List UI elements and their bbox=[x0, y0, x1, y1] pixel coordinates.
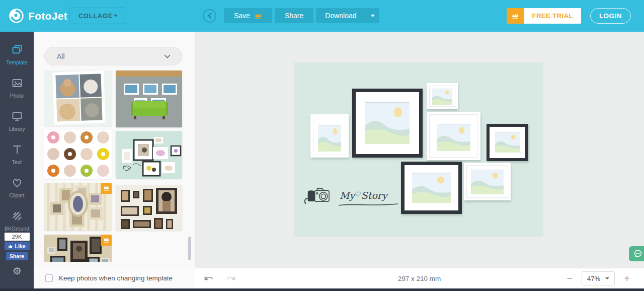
sidebar-item-clipart[interactable]: Clipart bbox=[0, 177, 34, 198]
placeholder-photo bbox=[471, 170, 504, 194]
chevron-left-icon bbox=[207, 13, 212, 19]
heart-glyph: ♡ bbox=[355, 190, 361, 198]
login-button[interactable]: LOGIN bbox=[590, 8, 631, 24]
my-story-clipart[interactable]: My♡Story bbox=[303, 180, 394, 210]
editor-workspace: My♡Story 297 x 210 mm − 47% + bbox=[195, 32, 644, 288]
clipart-heart-icon bbox=[11, 177, 23, 189]
download-options-button[interactable] bbox=[366, 8, 379, 23]
underline-flourish bbox=[339, 203, 399, 207]
sidebar-item-label: Clipart bbox=[0, 192, 34, 198]
settings-button[interactable] bbox=[0, 265, 34, 276]
sidebar-item-label: Text bbox=[0, 159, 34, 165]
chevron-down-icon bbox=[371, 15, 375, 17]
sidebar-item-text[interactable]: Text bbox=[0, 143, 34, 165]
placeholder-photo bbox=[318, 125, 341, 152]
facebook-like-button[interactable]: Like bbox=[5, 242, 30, 250]
collage-canvas[interactable]: My♡Story bbox=[294, 62, 543, 237]
my-story-text: My♡Story bbox=[340, 190, 387, 201]
sidebar-item-label: Template bbox=[0, 59, 34, 65]
redo-button[interactable] bbox=[226, 273, 236, 283]
photo-frame-slot[interactable] bbox=[487, 124, 528, 161]
facebook-share-button[interactable]: Share bbox=[6, 252, 28, 260]
mode-selector-dropdown[interactable]: COLLAGE bbox=[69, 8, 125, 24]
fotojet-logo-icon bbox=[9, 8, 24, 24]
placeholder-photo bbox=[412, 173, 451, 203]
zoom-in-button[interactable]: + bbox=[621, 273, 633, 284]
share-button[interactable]: Share bbox=[275, 8, 313, 23]
photo-frame-slot[interactable] bbox=[352, 89, 423, 158]
photo-frame-slot[interactable] bbox=[310, 114, 349, 158]
template-thumbnail-living-room-frames[interactable] bbox=[116, 70, 182, 127]
zoom-out-button[interactable]: − bbox=[564, 273, 576, 284]
free-trial-button[interactable]: FREE TRIAL bbox=[507, 8, 581, 24]
thumb-up-icon bbox=[8, 244, 13, 249]
keep-photos-checkbox[interactable] bbox=[45, 274, 53, 282]
background-icon bbox=[11, 210, 23, 222]
template-list-scrollbar[interactable] bbox=[188, 237, 191, 260]
sidebar-item-bkground[interactable]: BKGround bbox=[0, 210, 34, 232]
photo-icon bbox=[11, 77, 23, 89]
sidebar-item-label: Library bbox=[0, 126, 34, 132]
facebook-like-count: 29K bbox=[5, 233, 30, 241]
header-account-area: FREE TRIAL LOGIN bbox=[507, 8, 631, 24]
app-header: FotoJet COLLAGE Save Share Download bbox=[0, 0, 644, 32]
placeholder-photo bbox=[437, 124, 470, 151]
sidebar-item-label: Photo bbox=[0, 93, 34, 99]
chevron-down-icon bbox=[605, 277, 609, 279]
template-thumbnail-donuts-babies[interactable] bbox=[44, 130, 112, 179]
fotojet-logo[interactable]: FotoJet bbox=[9, 8, 67, 24]
template-icon bbox=[11, 44, 23, 56]
live-chat-button[interactable] bbox=[629, 246, 644, 261]
facebook-like-label: Like bbox=[15, 243, 25, 249]
keep-photos-option[interactable]: Keep photos when changing template bbox=[34, 268, 195, 288]
placeholder-photo bbox=[495, 132, 520, 153]
app-title: FotoJet bbox=[28, 10, 67, 22]
back-button[interactable] bbox=[203, 9, 216, 23]
keep-photos-label: Keep photos when changing template bbox=[59, 274, 173, 282]
tool-sidebar: Template Photo Library Text Clipart BKGr… bbox=[0, 32, 34, 288]
sidebar-item-photo[interactable]: Photo bbox=[0, 77, 34, 99]
photo-frame-slot[interactable] bbox=[427, 112, 480, 160]
photo-frame-slot[interactable] bbox=[427, 83, 458, 109]
share-button-label: Share bbox=[285, 12, 303, 20]
placeholder-photo bbox=[365, 102, 410, 144]
library-icon bbox=[11, 110, 23, 122]
gear-icon bbox=[12, 265, 23, 276]
template-thumbnail-list bbox=[34, 32, 195, 262]
facebook-widget: 29K Like Share bbox=[0, 233, 34, 260]
save-button[interactable]: Save bbox=[224, 8, 272, 23]
chat-bubble-icon bbox=[633, 249, 643, 259]
template-thumbnail-black-frames-grid[interactable] bbox=[116, 185, 182, 231]
photo-frame-slot[interactable] bbox=[401, 162, 462, 214]
zoom-level-dropdown[interactable]: 47% bbox=[582, 271, 615, 285]
template-thumbnail-my-story-selected[interactable] bbox=[116, 131, 182, 179]
sidebar-item-template[interactable]: Template bbox=[0, 44, 34, 65]
template-thumbnail-vintage-oval[interactable] bbox=[44, 183, 112, 231]
chevron-down-icon bbox=[164, 54, 171, 58]
sidebar-item-library[interactable]: Library bbox=[0, 110, 34, 132]
zoom-level-value: 47% bbox=[587, 275, 600, 282]
template-category-dropdown[interactable]: All bbox=[44, 47, 182, 65]
sidebar-item-label: BKGround bbox=[0, 226, 34, 232]
template-thumbnail-pets-grid[interactable] bbox=[44, 70, 112, 126]
header-actions: Save Share Download bbox=[203, 8, 379, 23]
crown-icon bbox=[254, 13, 262, 19]
canvas-footer-bar: 297 x 210 mm − 47% + bbox=[195, 268, 644, 288]
template-thumbnail-dark-frames-cluster[interactable] bbox=[44, 235, 112, 262]
download-button[interactable]: Download bbox=[316, 8, 365, 23]
text-icon bbox=[11, 143, 23, 156]
redo-icon bbox=[226, 273, 236, 283]
template-category-value: All bbox=[57, 52, 65, 60]
chevron-down-icon bbox=[114, 15, 118, 17]
save-button-label: Save bbox=[234, 12, 250, 20]
bottom-edge-bar bbox=[0, 288, 644, 291]
photo-frame-slot[interactable] bbox=[464, 163, 511, 200]
fotojet-app: FotoJet COLLAGE Save Share Download bbox=[0, 0, 644, 291]
camera-clipart-icon bbox=[303, 183, 338, 207]
template-panel: All Keep photos when changing template bbox=[34, 32, 195, 288]
undo-button[interactable] bbox=[204, 273, 214, 283]
zoom-controls: − 47% + bbox=[564, 271, 633, 285]
mode-selector-label: COLLAGE bbox=[78, 13, 113, 20]
free-trial-label: FREE TRIAL bbox=[524, 8, 581, 24]
placeholder-photo bbox=[432, 89, 452, 105]
